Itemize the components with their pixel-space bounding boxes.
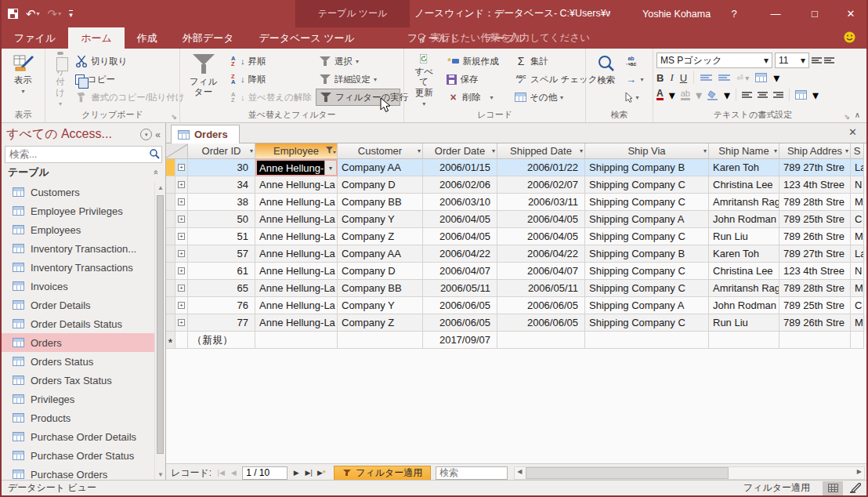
cell-ship-via[interactable]: Shipping Company C xyxy=(585,176,709,194)
gridlines-icon[interactable] xyxy=(755,73,767,82)
expand-subdatasheet-icon[interactable]: + xyxy=(178,164,185,171)
cell-ship-name[interactable]: Karen Toh xyxy=(709,245,779,263)
sidebar-item-privileges[interactable]: Privileges xyxy=(2,390,155,408)
nav-search-icon[interactable] xyxy=(149,148,160,162)
expand-cell[interactable]: + xyxy=(175,211,188,228)
editing-cell-text[interactable]: Anne Hellung- xyxy=(257,161,324,175)
cell-order-id[interactable]: 50 xyxy=(188,211,255,228)
cell-ship-via[interactable]: Shipping Company C xyxy=(585,228,709,245)
cell-ship-via[interactable]: Shipping Company B xyxy=(585,245,709,263)
align-right-icon[interactable] xyxy=(773,92,783,98)
cell-ship-via[interactable]: Shipping Company A xyxy=(585,297,709,314)
sidebar-item-customers[interactable]: Customers xyxy=(2,183,155,201)
cell-ship-via[interactable]: Shipping Company C xyxy=(585,263,709,280)
totals-button[interactable]: Σ 集計 xyxy=(512,53,582,70)
new-record-button[interactable]: * 新規作成 xyxy=(443,53,508,70)
goto-button[interactable]: →▾ xyxy=(624,71,649,88)
cell-ship-addres[interactable]: 789 27th Stre xyxy=(779,245,851,263)
sidebar-item-purchase-order-details[interactable]: Purchase Order Details xyxy=(2,427,155,446)
expand-cell[interactable]: + xyxy=(175,280,188,297)
cell-order-date[interactable]: 2006/04/07 xyxy=(423,263,497,280)
record-position-input[interactable] xyxy=(242,466,288,480)
font-color-button[interactable]: A xyxy=(656,89,664,100)
expand-cell[interactable]: + xyxy=(175,245,188,263)
cell-customer[interactable]: Company AA xyxy=(338,159,423,176)
expand-subdatasheet-icon[interactable]: + xyxy=(178,216,185,223)
cell-ship-addres[interactable]: 123 4th Stree xyxy=(779,263,851,280)
column-header-s[interactable]: S xyxy=(851,143,864,159)
cell-order-date[interactable]: 2006/04/22 xyxy=(423,245,497,263)
scroll-down-icon[interactable]: ▼ xyxy=(157,471,164,478)
cell-s[interactable]: M xyxy=(851,314,864,332)
close-button[interactable]: ✕ xyxy=(835,0,866,27)
align-center-icon[interactable] xyxy=(758,92,768,98)
hscroll-thumb[interactable] xyxy=(526,467,728,479)
ribbon-tab[interactable]: 作成 xyxy=(125,27,170,49)
cell-ship-addres[interactable]: 789 28th Stre xyxy=(779,280,851,297)
cell-employee[interactable]: Anne Hellung-La xyxy=(255,245,338,263)
select-all-corner[interactable] xyxy=(166,143,188,159)
cell-employee[interactable]: Anne Hellung-La xyxy=(255,194,338,211)
new-cell-customer[interactable] xyxy=(338,332,423,349)
nav-pane-scrollbar[interactable]: ▲ ▼ xyxy=(154,183,165,481)
cell-shipped-date[interactable]: 2006/04/07 xyxy=(497,263,585,280)
cell-order-id[interactable]: 34 xyxy=(188,176,255,194)
column-header-customer[interactable]: Customer▾ xyxy=(338,143,423,159)
cell-shipped-date[interactable]: 2006/03/11 xyxy=(497,194,585,211)
cell-customer[interactable]: Company Z xyxy=(338,228,423,245)
cell-s[interactable]: M xyxy=(851,194,864,211)
cell-order-id[interactable]: 65 xyxy=(188,280,255,297)
expand-cell[interactable]: + xyxy=(175,263,188,280)
sidebar-item-orders-status[interactable]: Orders Status xyxy=(2,352,155,371)
sidebar-item-inventory-transactions[interactable]: Inventory Transactions xyxy=(2,258,155,277)
cell-ship-addres[interactable]: 789 25th Stre xyxy=(779,297,851,314)
text-format-dialog-launcher-icon[interactable]: ⇘ xyxy=(844,113,850,121)
cell-order-id[interactable]: 51 xyxy=(188,228,255,245)
cell-shipped-date[interactable]: 2006/02/07 xyxy=(497,176,585,194)
cell-ship-name[interactable]: Amritansh Rag xyxy=(709,280,779,297)
numbering-icon[interactable] xyxy=(824,57,834,63)
selection-button[interactable]: 選択▾ xyxy=(316,53,400,70)
record-selector[interactable] xyxy=(166,314,175,332)
cell-ship-via[interactable]: Shipping Company B xyxy=(585,159,709,176)
datasheet-view-button[interactable] xyxy=(823,481,843,495)
new-cell-shipped-date[interactable] xyxy=(497,332,585,349)
font-size-combobox[interactable]: 11▾ xyxy=(775,53,809,68)
toggle-filter-button[interactable]: フィルターの実行 xyxy=(316,89,400,106)
decrease-indent-icon[interactable] xyxy=(700,74,712,81)
cell-ship-name[interactable]: Christina Lee xyxy=(709,263,779,280)
column-dropdown-icon[interactable]: ▾ xyxy=(250,147,253,154)
help-button[interactable]: ? xyxy=(718,0,750,27)
cell-ship-via[interactable]: Shipping Company C xyxy=(585,280,709,297)
collapse-group-icon[interactable]: » xyxy=(150,170,160,175)
cell-order-id[interactable]: 30 xyxy=(188,159,255,176)
horizontal-scrollbar[interactable]: ◀ ▶ xyxy=(514,466,865,480)
new-cell-ship-addres[interactable] xyxy=(779,332,851,349)
ribbon-tab[interactable]: ファイル xyxy=(2,27,68,49)
save-record-button[interactable]: 保存 xyxy=(443,71,508,88)
tab-orders[interactable]: Orders xyxy=(171,125,240,143)
new-record-selector[interactable]: * xyxy=(166,332,175,349)
cell-customer[interactable]: Company BB xyxy=(338,280,423,297)
cell-ship-via[interactable]: Shipping Company A xyxy=(585,211,709,228)
cell-ship-name[interactable]: Run Liu xyxy=(709,314,779,332)
cell-s[interactable]: C xyxy=(851,297,864,314)
cell-customer[interactable]: Company BB xyxy=(338,194,423,211)
record-search-input[interactable] xyxy=(436,466,508,480)
new-blank-record-icon[interactable]: ▶* xyxy=(315,469,327,477)
cell-order-id[interactable]: 77 xyxy=(188,314,255,332)
expand-subdatasheet-icon[interactable]: + xyxy=(178,198,185,205)
column-dropdown-icon[interactable]: ▾ xyxy=(418,147,421,154)
last-record-icon[interactable]: ▶| xyxy=(302,469,315,477)
cell-shipped-date[interactable]: 2006/06/05 xyxy=(497,297,585,314)
cut-button[interactable]: 切り取り xyxy=(72,53,188,70)
cell-s[interactable]: C xyxy=(851,211,864,228)
copy-button[interactable]: コピー xyxy=(72,71,188,88)
record-selector[interactable] xyxy=(166,211,175,228)
expand-subdatasheet-icon[interactable]: + xyxy=(178,181,185,188)
nav-search-input[interactable] xyxy=(5,146,162,163)
new-cell-order-id[interactable]: （新規） xyxy=(188,332,255,349)
ribbon-tab[interactable]: 外部データ xyxy=(170,27,247,49)
align-left-icon[interactable] xyxy=(742,92,752,98)
new-cell-s[interactable] xyxy=(851,332,864,349)
